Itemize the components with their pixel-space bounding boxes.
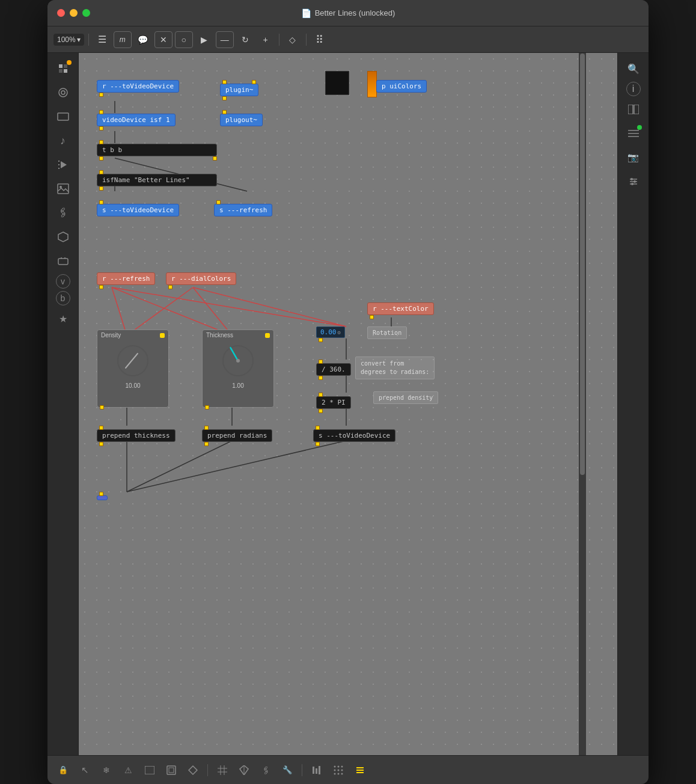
node-label[interactable]: isfName "Better Lines" — [97, 174, 217, 186]
add-mode-btn[interactable]: + — [257, 31, 275, 48]
nobox-icon[interactable] — [185, 762, 201, 779]
sidebar-item-audio[interactable]: ♪ — [52, 130, 74, 152]
sidebar-item-vizzable[interactable]: v — [56, 274, 70, 289]
loop-mode-btn[interactable]: ↻ — [236, 31, 254, 48]
sidebar-item-plugin[interactable] — [52, 226, 74, 248]
numbox-value[interactable]: 0.00 ⚙ — [316, 326, 345, 338]
sidebar-item-inspector[interactable] — [52, 82, 74, 103]
node-s-toVideoDevice-1[interactable]: s ---toVideoDevice — [97, 200, 179, 216]
close-button[interactable] — [57, 9, 65, 17]
node-numbox-rotation[interactable]: 0.00 ⚙ — [316, 326, 345, 341]
canvas[interactable]: r ---toVideoDevice plugin~ p uiColors — [79, 53, 617, 755]
sidebar-right-list[interactable] — [623, 123, 644, 144]
freeze-icon[interactable]: ❄ — [98, 762, 115, 779]
node-label[interactable]: r ---dialColors — [166, 272, 236, 285]
sidebar-item-device[interactable] — [52, 250, 74, 272]
sidebar-item-link[interactable]: 🖇 — [47, 198, 78, 228]
minus-mode-btn[interactable]: — — [216, 31, 234, 48]
node-label[interactable]: prepend radians — [202, 429, 272, 442]
comment-mode-btn[interactable]: 💬 — [134, 31, 152, 48]
bars-icon[interactable] — [308, 762, 325, 779]
sidebar-right-info[interactable]: i — [626, 82, 641, 96]
node-prepend-radians[interactable]: s ---toVideoDevice — [313, 426, 395, 446]
node-isfName[interactable]: isfName "Better Lines" — [97, 170, 217, 190]
sidebar-right-camera[interactable]: 📷 — [623, 147, 644, 168]
sidebar-right-columns[interactable] — [623, 99, 644, 120]
node-mul-2pi[interactable]: 2 * PI — [316, 393, 351, 412]
svg-line-26 — [112, 287, 346, 326]
density-dial[interactable]: Density 10.00 — [97, 329, 169, 408]
message-mode-btn[interactable]: m — [114, 31, 132, 48]
lines-icon[interactable] — [352, 762, 368, 779]
node-label[interactable]: plugin~ — [220, 84, 258, 96]
bottombar: 🔒 ↖ ❄ ⚠ 🖇 🔧 — [47, 755, 649, 784]
node-label[interactable]: prepend thickness — [97, 429, 176, 442]
node-r-textColor[interactable]: r ---textColor — [367, 302, 434, 319]
node-s-refresh-1[interactable]: s ---refresh — [214, 200, 272, 216]
wrench-icon[interactable]: 🔧 — [279, 762, 296, 779]
sidebar-item-image[interactable] — [52, 178, 74, 200]
sidebar-item-playlist[interactable] — [52, 154, 74, 176]
zoom-control[interactable]: 100% ▾ — [53, 34, 84, 46]
node-videoDevice[interactable]: videoDevice isf 1 — [97, 110, 176, 130]
record-mode-btn[interactable]: ○ — [175, 31, 193, 48]
align-icon[interactable] — [236, 762, 252, 779]
node-tbb[interactable]: t b b — [97, 140, 217, 160]
sidebar-right-search[interactable]: 🔍 — [623, 58, 644, 79]
node-label[interactable]: s ---toVideoDevice — [313, 429, 395, 442]
close-mode-btn[interactable]: ✕ — [154, 31, 172, 48]
node-r-refresh[interactable]: r ---refresh — [97, 272, 155, 289]
node-label[interactable]: r ---textColor — [367, 302, 434, 315]
scrollbar[interactable] — [579, 53, 586, 755]
sidebar-item-beap[interactable]: b — [56, 291, 70, 305]
node-label[interactable]: s ---refresh — [214, 204, 272, 216]
play-mode-btn[interactable]: ▶ — [195, 31, 213, 48]
scrollbar-thumb[interactable] — [580, 54, 585, 475]
sidebar-right: 🔍 i 📷 — [617, 53, 649, 755]
minimize-button[interactable] — [70, 9, 78, 17]
node-label[interactable]: s ---toVideoDevice — [97, 204, 179, 216]
node-plugout[interactable]: plugout~ — [220, 110, 263, 126]
present-icon[interactable] — [141, 762, 158, 779]
thickness-dial[interactable]: Thickness 1.00 — [202, 329, 274, 408]
svg-line-36 — [127, 441, 232, 492]
node-plugin[interactable]: plugin~ — [220, 80, 258, 100]
node-prepend-thickness[interactable]: prepend radians — [202, 426, 272, 446]
node-label[interactable]: 2 * PI — [316, 396, 351, 409]
node-label[interactable]: / 360. — [316, 363, 351, 376]
paint-mode-btn[interactable]: ◇ — [284, 31, 302, 48]
warning-icon[interactable]: ⚠ — [120, 762, 136, 779]
node-label[interactable]: videoDevice isf 1 — [97, 114, 176, 126]
output-port — [370, 315, 374, 319]
node-s-toVideoDevice-2[interactable] — [97, 492, 108, 500]
node-label[interactable]: r ---refresh — [97, 272, 155, 285]
sidebar-item-objects[interactable] — [52, 58, 74, 79]
lock-icon[interactable]: 🔒 — [55, 762, 72, 779]
node-label[interactable]: p uiColors — [376, 80, 427, 93]
node-label[interactable]: plugout~ — [220, 114, 263, 126]
maximize-button[interactable] — [82, 9, 90, 17]
node-label[interactable]: r ---toVideoDevice — [97, 80, 179, 93]
node-prepend-density[interactable]: prepend thickness — [97, 426, 176, 446]
node-div360[interactable]: / 360. — [316, 360, 351, 379]
dots-icon[interactable] — [330, 762, 347, 779]
input-port2 — [252, 80, 256, 84]
toolbar: 100% ▾ ☰ m 💬 ✕ ○ ▶ — ↻ + ◇ ⠿ — [47, 26, 649, 53]
grid-icon[interactable] — [214, 762, 231, 779]
svg-rect-65 — [316, 768, 317, 774]
sidebar-item-media[interactable] — [52, 106, 74, 127]
node-label[interactable] — [97, 495, 108, 500]
sidebar-right-mixer[interactable] — [623, 171, 644, 192]
node-r-toVideoDevice-1[interactable]: r ---toVideoDevice — [97, 80, 179, 96]
node-label[interactable]: t b b — [97, 144, 217, 156]
thickness-output-port — [205, 405, 209, 409]
node-r-dialColors[interactable]: r ---dialColors — [166, 272, 236, 289]
group-icon[interactable] — [163, 762, 180, 779]
presentation-mode-btn[interactable]: ☰ — [93, 31, 111, 48]
svg-point-69 — [341, 765, 343, 767]
cursor-icon[interactable]: ↖ — [76, 762, 93, 779]
grid-mode-btn[interactable]: ⠿ — [311, 31, 329, 48]
sidebar-item-favorites[interactable]: ★ — [52, 308, 74, 329]
attach-icon[interactable]: 🖇 — [254, 758, 278, 782]
node-p-uiColors[interactable]: p uiColors — [376, 80, 427, 93]
